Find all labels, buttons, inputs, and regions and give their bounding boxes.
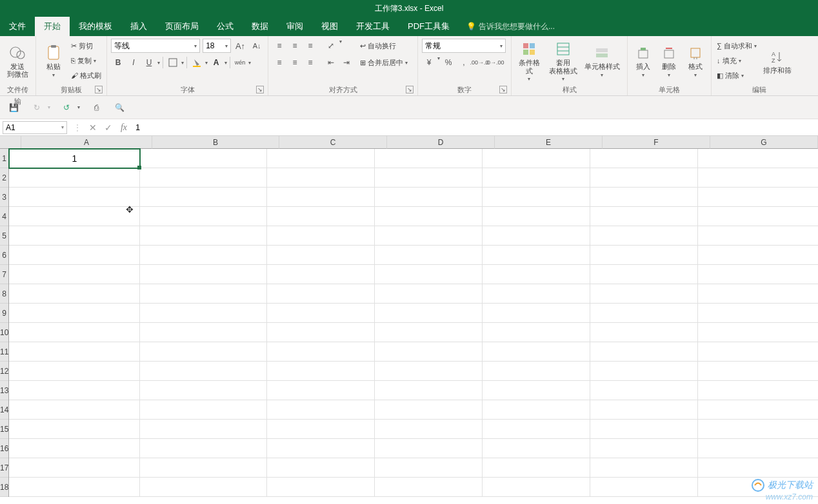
cell[interactable] bbox=[9, 400, 140, 420]
cell[interactable] bbox=[9, 381, 140, 400]
cell[interactable] bbox=[698, 246, 818, 265]
cell[interactable] bbox=[9, 420, 140, 439]
cell[interactable] bbox=[267, 420, 375, 439]
cell[interactable] bbox=[375, 149, 483, 168]
cell[interactable] bbox=[9, 362, 140, 381]
cell[interactable] bbox=[590, 304, 698, 323]
cell[interactable] bbox=[483, 439, 590, 458]
cell[interactable] bbox=[375, 188, 483, 207]
menu-developer[interactable]: 开发工具 bbox=[347, 17, 399, 36]
italic-button[interactable]: I bbox=[126, 55, 141, 70]
cell[interactable] bbox=[590, 246, 698, 265]
cell[interactable] bbox=[483, 246, 590, 265]
menu-formulas[interactable]: 公式 bbox=[208, 17, 243, 36]
cell[interactable] bbox=[375, 304, 483, 323]
cell[interactable] bbox=[590, 284, 698, 304]
cell[interactable] bbox=[140, 284, 267, 304]
cell[interactable] bbox=[590, 439, 698, 458]
number-format-select[interactable]: 常规▾ bbox=[422, 39, 506, 53]
cell[interactable] bbox=[483, 226, 590, 246]
cell[interactable] bbox=[483, 265, 590, 284]
cell[interactable] bbox=[375, 342, 483, 362]
cell[interactable] bbox=[9, 284, 140, 304]
paste-button[interactable]: 粘贴 ▾ bbox=[40, 39, 67, 84]
cell[interactable] bbox=[590, 323, 698, 342]
print-preview-icon[interactable]: ⎙ bbox=[89, 101, 103, 115]
col-header-C[interactable]: C bbox=[279, 136, 387, 149]
cell[interactable] bbox=[698, 304, 818, 323]
cell[interactable] bbox=[140, 304, 267, 323]
menu-file[interactable]: 文件 bbox=[0, 17, 35, 36]
cell[interactable] bbox=[590, 362, 698, 381]
row-header[interactable]: 9 bbox=[0, 304, 8, 323]
select-all-corner[interactable] bbox=[0, 136, 21, 149]
cell[interactable] bbox=[483, 342, 590, 362]
cell[interactable] bbox=[140, 323, 267, 342]
dialog-launcher-icon[interactable]: ↘ bbox=[406, 86, 414, 93]
cell[interactable] bbox=[590, 381, 698, 400]
tell-me[interactable]: 💡 告诉我您想要做什么... bbox=[466, 17, 555, 36]
cell[interactable] bbox=[590, 226, 698, 246]
col-header-F[interactable]: F bbox=[603, 136, 710, 149]
menu-insert[interactable]: 插入 bbox=[121, 17, 156, 36]
col-header-G[interactable]: G bbox=[710, 136, 818, 149]
cell[interactable] bbox=[590, 149, 698, 168]
align-left-icon[interactable]: ≡ bbox=[272, 55, 286, 70]
decrease-decimal-icon[interactable]: .0→.00 bbox=[488, 55, 502, 70]
cut-button[interactable]: ✂剪切 bbox=[70, 39, 103, 53]
dialog-launcher-icon[interactable]: ↘ bbox=[95, 86, 103, 93]
decrease-font-icon[interactable]: A↓ bbox=[250, 39, 264, 53]
cell[interactable] bbox=[9, 168, 140, 188]
cell[interactable] bbox=[375, 400, 483, 420]
cell[interactable] bbox=[267, 284, 375, 304]
cell[interactable] bbox=[698, 400, 818, 420]
fill-button[interactable]: ↓填充▾ bbox=[715, 53, 758, 68]
cell[interactable] bbox=[375, 458, 483, 478]
align-bottom-icon[interactable]: ≡ bbox=[303, 39, 317, 53]
menu-review[interactable]: 审阅 bbox=[277, 17, 312, 36]
cell[interactable] bbox=[140, 478, 267, 497]
menu-view[interactable]: 视图 bbox=[312, 17, 347, 36]
row-header[interactable]: 13 bbox=[0, 381, 8, 400]
cell[interactable] bbox=[9, 265, 140, 284]
cell[interactable] bbox=[140, 342, 267, 362]
redo-icon[interactable]: ↻ bbox=[30, 101, 44, 115]
cell[interactable] bbox=[590, 420, 698, 439]
format-painter-button[interactable]: 🖌格式刷 bbox=[70, 68, 103, 82]
cell[interactable] bbox=[140, 420, 267, 439]
font-color-button[interactable]: A bbox=[209, 55, 223, 70]
comma-icon[interactable]: , bbox=[457, 55, 471, 70]
cell[interactable] bbox=[267, 362, 375, 381]
cell[interactable] bbox=[140, 439, 267, 458]
cell[interactable] bbox=[483, 323, 590, 342]
cell[interactable] bbox=[140, 458, 267, 478]
page-preview-icon[interactable]: 🔍 bbox=[112, 101, 126, 115]
cell[interactable] bbox=[698, 439, 818, 458]
undo-icon[interactable]: ↺ bbox=[59, 101, 74, 115]
cell[interactable] bbox=[590, 265, 698, 284]
cell[interactable] bbox=[590, 207, 698, 226]
cell[interactable] bbox=[267, 342, 375, 362]
cell[interactable] bbox=[590, 458, 698, 478]
cell[interactable] bbox=[483, 207, 590, 226]
col-header-B[interactable]: B bbox=[152, 136, 279, 149]
menu-data[interactable]: 数据 bbox=[243, 17, 277, 36]
cells-area[interactable]: 1 bbox=[9, 149, 818, 497]
cell[interactable] bbox=[483, 188, 590, 207]
row-header[interactable]: 14 bbox=[0, 400, 8, 420]
row-header[interactable]: 5 bbox=[0, 226, 8, 246]
format-cells-button[interactable]: 格式▾ bbox=[684, 39, 707, 84]
cell[interactable] bbox=[267, 246, 375, 265]
underline-button[interactable]: U bbox=[142, 55, 156, 70]
wrap-text-button[interactable]: ↩自动换行 bbox=[359, 39, 409, 53]
cell[interactable] bbox=[267, 304, 375, 323]
cell[interactable] bbox=[590, 188, 698, 207]
fx-icon[interactable]: fx bbox=[116, 122, 132, 133]
cell[interactable] bbox=[483, 478, 590, 497]
cell[interactable] bbox=[9, 439, 140, 458]
cell[interactable] bbox=[698, 323, 818, 342]
row-header[interactable]: 16 bbox=[0, 439, 8, 458]
autosum-button[interactable]: ∑自动求和▾ bbox=[715, 39, 758, 53]
cell[interactable] bbox=[698, 458, 818, 478]
align-center-icon[interactable]: ≡ bbox=[288, 55, 302, 70]
